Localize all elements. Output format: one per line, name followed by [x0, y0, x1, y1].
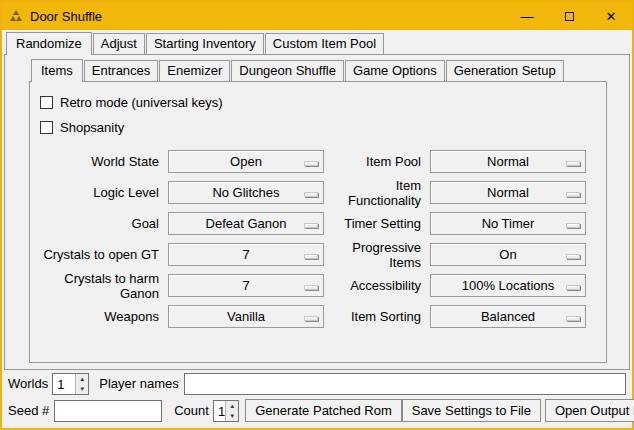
count-spinner[interactable]: 1 ▲ ▼ [213, 400, 239, 422]
outer-tab-bar: Randomize Adjust Starting Inventory Cust… [4, 32, 630, 54]
retro-mode-label: Retro mode (universal keys) [60, 95, 223, 110]
minimize-icon[interactable]: — [506, 2, 548, 30]
generate-patched-rom-button[interactable]: Generate Patched Rom [245, 399, 402, 422]
dropdown-indicator-icon [304, 192, 318, 197]
shopsanity-row: Shopsanity [36, 115, 602, 140]
logic-level-dropdown[interactable]: No Glitches [168, 181, 324, 204]
progressive-items-value: On [499, 247, 516, 262]
tab-adjust[interactable]: Adjust [93, 33, 145, 54]
tab-game-options[interactable]: Game Options [345, 60, 445, 81]
worlds-spinner-down-icon[interactable]: ▼ [76, 384, 88, 394]
item-functionality-value: Normal [487, 185, 529, 200]
dropdown-indicator-icon [566, 192, 580, 197]
window-title: Door Shuffle [30, 9, 506, 24]
worlds-spinner-arrows: ▲ ▼ [75, 374, 88, 394]
dropdown-indicator-icon [304, 254, 318, 259]
tab-items[interactable]: Items [31, 59, 83, 82]
count-label: Count [174, 403, 209, 418]
tab-generation-setup[interactable]: Generation Setup [446, 60, 564, 81]
weapons-row: Weapons Vanilla [36, 301, 332, 332]
player-names-input[interactable] [184, 373, 626, 395]
worlds-spinner[interactable]: 1 ▲ ▼ [52, 373, 89, 395]
item-functionality-label: Item Functionality [332, 178, 430, 208]
crystals-gt-row: Crystals to open GT 7 [36, 239, 332, 270]
items-pane: Retro mode (universal keys) Shopsanity W… [29, 81, 607, 363]
dropdown-indicator-icon [566, 285, 580, 290]
item-pool-label: Item Pool [332, 154, 430, 169]
open-output-directory-button[interactable]: Open Output Directory [545, 399, 634, 422]
goal-dropdown[interactable]: Defeat Ganon [168, 212, 324, 235]
logic-level-value: No Glitches [212, 185, 279, 200]
tab-starting-inventory[interactable]: Starting Inventory [146, 33, 264, 54]
accessibility-dropdown[interactable]: 100% Locations [430, 274, 586, 297]
seed-row: Seed # Count 1 ▲ ▼ Generate Patched Rom … [8, 399, 626, 422]
dropdown-indicator-icon [566, 316, 580, 321]
weapons-label: Weapons [36, 309, 168, 324]
seed-input[interactable] [54, 400, 162, 422]
accessibility-row: Accessibility 100% Locations [332, 270, 602, 301]
count-spinner-up-icon[interactable]: ▲ [226, 401, 238, 411]
world-state-value: Open [230, 154, 262, 169]
item-sorting-label: Item Sorting [332, 309, 430, 324]
crystals-gt-label: Crystals to open GT [36, 247, 168, 262]
item-sorting-dropdown[interactable]: Balanced [430, 305, 586, 328]
timer-setting-row: Timer Setting No Timer [332, 208, 602, 239]
item-pool-dropdown[interactable]: Normal [430, 150, 586, 173]
progressive-items-label: Progressive Items [332, 240, 430, 270]
accessibility-label: Accessibility [332, 278, 430, 293]
worlds-value: 1 [53, 374, 75, 394]
retro-mode-row: Retro mode (universal keys) [36, 90, 602, 115]
logic-level-label: Logic Level [36, 185, 168, 200]
tab-randomize[interactable]: Randomize [6, 32, 92, 55]
goal-label: Goal [36, 216, 168, 231]
seed-label: Seed # [8, 403, 49, 418]
tab-dungeon-shuffle[interactable]: Dungeon Shuffle [231, 60, 344, 81]
titlebar: Door Shuffle — ✕ [2, 2, 632, 30]
goal-value: Defeat Ganon [206, 216, 287, 231]
shopsanity-label: Shopsanity [60, 120, 124, 135]
weapons-dropdown[interactable]: Vanilla [168, 305, 324, 328]
logic-level-row: Logic Level No Glitches [36, 177, 332, 208]
worlds-row: Worlds 1 ▲ ▼ Player names [8, 372, 626, 395]
item-functionality-dropdown[interactable]: Normal [430, 181, 586, 204]
inner-tab-bar: Items Entrances Enemizer Dungeon Shuffle… [29, 59, 607, 81]
dropdown-indicator-icon [304, 223, 318, 228]
outer-notebook: Randomize Adjust Starting Inventory Cust… [4, 32, 630, 370]
close-icon[interactable]: ✕ [590, 2, 632, 30]
crystals-ganon-value: 7 [242, 278, 249, 293]
dropdown-indicator-icon [566, 254, 580, 259]
retro-mode-checkbox[interactable] [40, 96, 53, 109]
crystals-gt-dropdown[interactable]: 7 [168, 243, 324, 266]
crystals-gt-value: 7 [242, 247, 249, 262]
item-sorting-value: Balanced [481, 309, 535, 324]
dropdown-indicator-icon [566, 223, 580, 228]
tab-custom-item-pool[interactable]: Custom Item Pool [265, 33, 384, 54]
dropdown-indicator-icon [304, 316, 318, 321]
timer-setting-dropdown[interactable]: No Timer [430, 212, 586, 235]
progressive-items-dropdown[interactable]: On [430, 243, 586, 266]
weapons-value: Vanilla [227, 309, 265, 324]
tab-enemizer[interactable]: Enemizer [159, 60, 230, 81]
item-pool-value: Normal [487, 154, 529, 169]
randomize-pane: Items Entrances Enemizer Dungeon Shuffle… [4, 54, 630, 370]
timer-setting-label: Timer Setting [332, 216, 430, 231]
dropdown-indicator-icon [304, 285, 318, 290]
count-spinner-down-icon[interactable]: ▼ [226, 411, 238, 421]
world-state-dropdown[interactable]: Open [168, 150, 324, 173]
worlds-label: Worlds [8, 376, 48, 391]
app-icon [8, 8, 24, 24]
crystals-ganon-dropdown[interactable]: 7 [168, 274, 324, 297]
worlds-spinner-up-icon[interactable]: ▲ [76, 374, 88, 384]
count-value: 1 [214, 401, 225, 421]
progressive-items-row: Progressive Items On [332, 239, 602, 270]
world-state-label: World State [36, 154, 168, 169]
maximize-icon[interactable] [548, 2, 590, 30]
door-shuffle-window: Door Shuffle — ✕ Randomize Adjust Starti… [0, 0, 634, 430]
save-settings-button[interactable]: Save Settings to File [402, 399, 541, 422]
shopsanity-checkbox[interactable] [40, 121, 53, 134]
crystals-ganon-label: Crystals to harm Ganon [36, 271, 168, 301]
tab-entrances[interactable]: Entrances [84, 60, 159, 81]
item-functionality-row: Item Functionality Normal [332, 177, 602, 208]
item-sorting-row: Item Sorting Balanced [332, 301, 602, 332]
crystals-ganon-row: Crystals to harm Ganon 7 [36, 270, 332, 301]
